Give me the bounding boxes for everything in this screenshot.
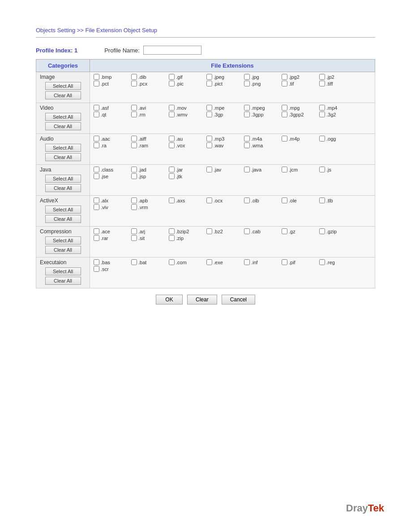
ext-checkbox-2-0-6[interactable] bbox=[319, 136, 325, 142]
cancel-button[interactable]: Cancel bbox=[222, 295, 255, 305]
ext-label-2-0-2[interactable]: .au bbox=[176, 136, 183, 142]
ext-label-2-0-1[interactable]: .aiff bbox=[138, 136, 146, 142]
ext-checkbox-1-0-2[interactable] bbox=[169, 105, 175, 111]
ext-label-2-1-1[interactable]: .ram bbox=[138, 143, 148, 148]
ext-checkbox-4-0-0[interactable] bbox=[94, 197, 99, 203]
ext-checkbox-4-0-1[interactable] bbox=[131, 197, 137, 203]
ext-label-0-0-0[interactable]: .bmp bbox=[101, 74, 111, 80]
ext-checkbox-0-1-6[interactable] bbox=[319, 81, 325, 86]
ext-checkbox-6-0-4[interactable] bbox=[244, 259, 250, 265]
ext-checkbox-0-0-0[interactable] bbox=[94, 74, 99, 80]
ext-label-3-0-0[interactable]: .class bbox=[101, 167, 113, 172]
ext-label-3-1-2[interactable]: .jtk bbox=[176, 174, 182, 179]
ext-label-3-1-1[interactable]: .jsp bbox=[138, 174, 146, 179]
ext-label-4-0-0[interactable]: .alx bbox=[101, 198, 108, 203]
ext-checkbox-1-1-4[interactable] bbox=[244, 112, 250, 117]
ext-label-0-0-1[interactable]: .dib bbox=[138, 74, 146, 80]
select-all-button-1[interactable]: Select All bbox=[45, 113, 81, 121]
ext-checkbox-1-0-1[interactable] bbox=[131, 105, 137, 111]
ext-label-0-1-3[interactable]: .pict bbox=[214, 81, 223, 86]
ext-label-1-1-4[interactable]: .3gpp bbox=[251, 112, 264, 117]
clear-all-button-6[interactable]: Clear All bbox=[45, 277, 81, 285]
profile-name-input[interactable] bbox=[143, 46, 201, 55]
ext-label-1-0-2[interactable]: .mov bbox=[176, 105, 187, 111]
ext-label-5-0-3[interactable]: .bz2 bbox=[214, 229, 223, 234]
ext-label-2-0-0[interactable]: .aac bbox=[101, 136, 110, 142]
ext-label-3-0-6[interactable]: .js bbox=[326, 167, 331, 172]
ext-checkbox-5-0-3[interactable] bbox=[206, 228, 212, 234]
ext-checkbox-2-0-1[interactable] bbox=[131, 136, 137, 142]
ext-label-0-0-2[interactable]: .gif bbox=[176, 74, 183, 80]
ext-checkbox-2-1-4[interactable] bbox=[244, 142, 250, 148]
ext-label-4-0-1[interactable]: .apb bbox=[138, 198, 148, 203]
ext-label-1-0-4[interactable]: .mpeg bbox=[251, 105, 265, 111]
ext-checkbox-2-0-4[interactable] bbox=[244, 136, 250, 142]
ext-label-6-0-6[interactable]: .reg bbox=[326, 260, 335, 265]
ok-button[interactable]: OK bbox=[156, 295, 183, 305]
ext-checkbox-6-0-0[interactable] bbox=[94, 259, 99, 265]
ext-checkbox-4-0-6[interactable] bbox=[319, 197, 325, 203]
ext-label-0-0-3[interactable]: .jpeg bbox=[214, 74, 224, 80]
ext-checkbox-3-0-5[interactable] bbox=[282, 167, 287, 172]
ext-checkbox-0-0-5[interactable] bbox=[282, 74, 287, 80]
ext-checkbox-1-0-3[interactable] bbox=[206, 105, 212, 111]
ext-checkbox-0-0-3[interactable] bbox=[206, 74, 212, 80]
ext-checkbox-6-0-6[interactable] bbox=[319, 259, 325, 265]
ext-checkbox-0-1-4[interactable] bbox=[244, 81, 250, 86]
ext-checkbox-2-0-3[interactable] bbox=[206, 136, 212, 142]
ext-label-2-0-4[interactable]: .m4a bbox=[251, 136, 262, 142]
ext-label-0-1-2[interactable]: .pic bbox=[176, 81, 184, 86]
clear-all-button-4[interactable]: Clear All bbox=[45, 215, 81, 223]
ext-checkbox-0-0-4[interactable] bbox=[244, 74, 250, 80]
ext-label-6-0-5[interactable]: .pif bbox=[289, 260, 295, 265]
ext-label-3-0-1[interactable]: .jad bbox=[138, 167, 146, 172]
ext-checkbox-4-1-0[interactable] bbox=[94, 204, 99, 210]
ext-label-1-0-1[interactable]: .avi bbox=[138, 105, 146, 111]
ext-label-1-0-5[interactable]: .mpg bbox=[289, 105, 300, 111]
ext-checkbox-5-1-0[interactable] bbox=[94, 235, 99, 241]
ext-label-0-0-4[interactable]: .jpg bbox=[251, 74, 259, 80]
ext-label-5-0-0[interactable]: .ace bbox=[101, 229, 110, 234]
ext-label-0-0-6[interactable]: .jp2 bbox=[326, 74, 334, 80]
ext-checkbox-2-0-0[interactable] bbox=[94, 136, 99, 142]
ext-checkbox-5-1-1[interactable] bbox=[131, 235, 137, 241]
ext-label-0-1-4[interactable]: .png bbox=[251, 81, 261, 86]
ext-checkbox-1-1-1[interactable] bbox=[131, 112, 137, 117]
ext-checkbox-0-0-6[interactable] bbox=[319, 74, 325, 80]
ext-checkbox-0-1-0[interactable] bbox=[94, 81, 99, 86]
ext-label-2-1-0[interactable]: .ra bbox=[101, 143, 107, 148]
ext-checkbox-4-0-5[interactable] bbox=[282, 197, 287, 203]
ext-checkbox-6-0-5[interactable] bbox=[282, 259, 287, 265]
ext-checkbox-6-0-3[interactable] bbox=[206, 259, 212, 265]
ext-checkbox-3-0-2[interactable] bbox=[169, 167, 175, 172]
clear-all-button-0[interactable]: Clear All bbox=[45, 91, 81, 99]
ext-checkbox-2-1-1[interactable] bbox=[131, 142, 137, 148]
select-all-button-2[interactable]: Select All bbox=[45, 144, 81, 152]
ext-checkbox-2-0-2[interactable] bbox=[169, 136, 175, 142]
ext-checkbox-2-1-3[interactable] bbox=[206, 142, 212, 148]
clear-all-button-1[interactable]: Clear All bbox=[45, 122, 81, 130]
ext-label-6-0-0[interactable]: .bas bbox=[101, 260, 110, 265]
ext-label-4-0-2[interactable]: .axs bbox=[176, 198, 185, 203]
ext-label-2-1-2[interactable]: .vox bbox=[176, 143, 185, 148]
select-all-button-6[interactable]: Select All bbox=[45, 267, 81, 275]
ext-checkbox-3-0-6[interactable] bbox=[319, 167, 325, 172]
ext-checkbox-1-1-6[interactable] bbox=[319, 112, 325, 117]
ext-label-6-0-3[interactable]: .exe bbox=[214, 260, 223, 265]
ext-checkbox-5-0-6[interactable] bbox=[319, 228, 325, 234]
ext-checkbox-4-1-1[interactable] bbox=[131, 204, 137, 210]
ext-checkbox-0-0-2[interactable] bbox=[169, 74, 175, 80]
ext-label-0-1-5[interactable]: .tif bbox=[289, 81, 294, 86]
clear-all-button-2[interactable]: Clear All bbox=[45, 153, 81, 161]
ext-checkbox-1-0-4[interactable] bbox=[244, 105, 250, 111]
select-all-button-5[interactable]: Select All bbox=[45, 236, 81, 245]
ext-label-1-1-1[interactable]: .rm bbox=[138, 112, 146, 117]
ext-label-0-1-0[interactable]: .pct bbox=[101, 81, 109, 86]
ext-label-1-0-0[interactable]: .asf bbox=[101, 105, 109, 111]
ext-label-3-0-4[interactable]: .java bbox=[251, 167, 261, 172]
ext-checkbox-3-1-0[interactable] bbox=[94, 173, 99, 179]
ext-checkbox-3-0-3[interactable] bbox=[206, 167, 212, 172]
ext-label-1-1-0[interactable]: .qt bbox=[101, 112, 106, 117]
ext-checkbox-2-0-5[interactable] bbox=[282, 136, 287, 142]
ext-checkbox-1-1-2[interactable] bbox=[169, 112, 175, 117]
